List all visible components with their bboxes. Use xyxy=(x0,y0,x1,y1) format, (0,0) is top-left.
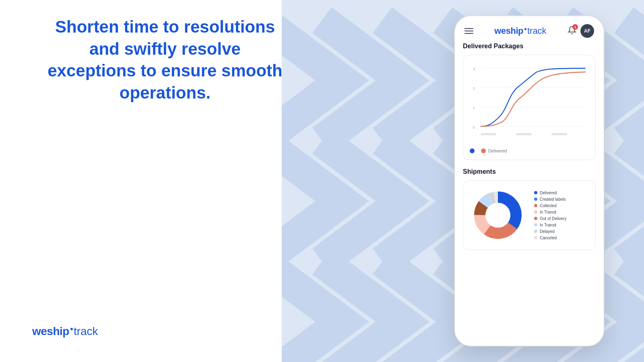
phone-mockup: weshiptrack 1 AF Delivered Packages xyxy=(455,16,604,346)
legend-dot-collected xyxy=(534,204,537,207)
x-label-1: 01/03/2023 xyxy=(481,132,496,136)
phone-header: weshiptrack 1 AF xyxy=(455,16,604,43)
hero-text: Shorten time to resolutions and swiftly … xyxy=(44,16,286,104)
user-avatar[interactable]: AF xyxy=(580,24,594,38)
legend-dot-out-of-delivery xyxy=(534,217,537,220)
legend-dot-blue xyxy=(470,148,475,153)
y-label-1: 1 xyxy=(473,106,475,110)
legend-label-delayed: Delayed xyxy=(540,229,555,234)
donut-center xyxy=(486,203,510,227)
shipments-title: Shipments xyxy=(463,168,596,175)
header-logo-dot xyxy=(524,28,526,30)
phone-body: Delivered Packages 3 2 1 0 xyxy=(455,43,604,346)
legend-label-out-of-delivery: Out of Delivery xyxy=(540,216,566,221)
header-logo: weshiptrack xyxy=(473,26,568,36)
header-logo-weship: weship xyxy=(494,26,523,36)
notification-badge: 1 xyxy=(572,24,578,30)
legend-label-canceled: Canceled xyxy=(540,236,557,240)
legend-out-of-delivery: Out of Delivery xyxy=(534,216,566,221)
legend-in-transit-1: In Transit xyxy=(534,210,566,214)
legend-collected: Collected xyxy=(534,204,566,208)
blue-line xyxy=(481,68,585,126)
donut-card: Delivered Created labels Collected xyxy=(463,180,596,250)
legend-delayed: Delayed xyxy=(534,229,566,234)
legend-item-blue xyxy=(470,148,475,153)
donut-chart xyxy=(470,187,526,243)
legend-dot-orange xyxy=(481,148,486,153)
line-chart: 3 2 1 0 01/03/2023 02/03/2023 03/03/2023 xyxy=(470,62,589,142)
menu-button[interactable] xyxy=(464,28,473,34)
legend-in-transit-2: In Transit xyxy=(534,223,566,227)
legend-item-delivered: Delivered xyxy=(481,148,507,153)
delivered-packages-title: Delivered Packages xyxy=(463,43,596,50)
legend-dot-canceled xyxy=(534,236,537,239)
hamburger-line-3 xyxy=(464,33,473,34)
legend-dot-created xyxy=(534,197,537,201)
donut-legend: Delivered Created labels Collected xyxy=(534,191,566,240)
legend-label-delivered-text: Delivered xyxy=(540,191,557,195)
legend-dot-delayed xyxy=(534,230,537,233)
left-content: Shorten time to resolutions and swiftly … xyxy=(0,0,330,362)
logo-mark: weshiptrack xyxy=(32,325,98,338)
header-actions: 1 AF xyxy=(568,24,594,38)
x-label-3: 03/03/2023 xyxy=(552,132,567,136)
legend-dot-intransit2 xyxy=(534,223,537,226)
x-label-2: 02/03/2023 xyxy=(516,132,531,136)
y-label-0: 0 xyxy=(473,125,475,130)
chart-legend: Delivered xyxy=(470,145,589,153)
hamburger-line-2 xyxy=(464,31,473,31)
donut-svg xyxy=(470,187,526,243)
phone-frame: weshiptrack 1 AF Delivered Packages xyxy=(455,16,604,346)
logo-dot xyxy=(70,328,73,330)
legend-delivered: Delivered xyxy=(534,191,566,195)
chart-card: 3 2 1 0 01/03/2023 02/03/2023 03/03/2023 xyxy=(463,55,596,160)
logo-weship: weship xyxy=(32,325,69,338)
legend-label-intransit2: In Transit xyxy=(540,223,556,227)
header-logo-mark: weshiptrack xyxy=(494,26,546,36)
legend-label-delivered: Delivered xyxy=(488,148,507,153)
bottom-logo: weshiptrack xyxy=(32,325,98,338)
legend-dot-delivered xyxy=(534,191,537,194)
legend-dot-intransit1 xyxy=(534,210,537,214)
hamburger-line-1 xyxy=(464,28,473,29)
legend-label-created: Created labels xyxy=(540,197,566,202)
notification-button[interactable]: 1 xyxy=(568,26,576,36)
legend-label-collected: Collected xyxy=(540,204,557,208)
y-label-3: 3 xyxy=(473,67,475,71)
legend-canceled: Canceled xyxy=(534,236,566,240)
line-chart-svg: 3 2 1 0 01/03/2023 02/03/2023 03/03/2023 xyxy=(470,62,589,142)
logo-track: track xyxy=(74,325,98,338)
legend-label-intransit1: In Transit xyxy=(540,210,556,214)
header-logo-track: track xyxy=(527,26,547,36)
orange-line xyxy=(481,72,585,126)
y-label-2: 2 xyxy=(473,86,475,90)
shipments-section: Shipments xyxy=(463,168,596,250)
legend-created-labels: Created labels xyxy=(534,197,566,202)
